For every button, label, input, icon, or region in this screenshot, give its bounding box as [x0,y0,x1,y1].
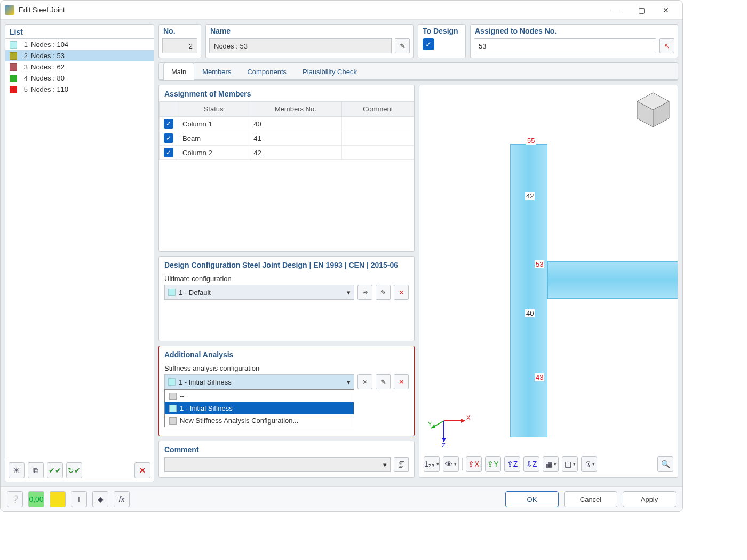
viewport-canvas: 55 53 43 42 40 [419,85,678,477]
tab-components[interactable]: Components [239,63,295,80]
comment-library-icon[interactable]: 🗐 [394,457,409,472]
navigation-cube-icon[interactable] [634,91,672,129]
option-swatch [169,393,177,400]
stiffness-label: Stiffness analysis configuration [159,362,414,374]
refresh-check-icon[interactable]: ↻✔ [66,462,82,478]
list-label: Nodes : 110 [31,85,68,93]
chevron-down-icon: ▾ [347,378,351,386]
tab-main[interactable]: Main [163,63,194,80]
list-label: Nodes : 53 [31,52,65,60]
middle-grid: Assignment of Members Status Members No.… [158,85,678,478]
new-item-icon[interactable]: ✳ [9,462,25,478]
dropdown-item[interactable]: 1 - Initial Siffness [165,402,354,414]
list-item[interactable]: 1 Nodes : 104 [5,39,154,50]
numbering-icon[interactable]: 1₂₃ [424,456,440,472]
table-row[interactable]: ✓ Column 1 40 [160,117,414,131]
axis-indicator-icon: X Y Z [428,405,471,447]
viewport-toolbar: 1₂₃ 👁 ⇪X ⇪Y ⇪Z ⇩Z ▦ ◳ 🖨 🔍 [424,455,673,473]
dropdown-item[interactable]: New Stiffness Analysis Configuration... [165,414,354,427]
color-swatch [10,75,17,82]
edit-steel-joint-dialog: Edit Steel Joint — ▢ ✕ List 1 Nodes : 10… [0,0,683,512]
visibility-icon[interactable]: 👁 [443,456,459,472]
render-mode-icon[interactable]: ▦ [543,456,559,472]
stiffness-combo[interactable]: 1 - Initial Siffness ▾ [164,374,354,389]
comment-combo[interactable]: ▾ [164,457,391,472]
check-all-icon[interactable]: ✔✔ [47,462,63,478]
wireframe-icon[interactable]: ◳ [562,456,578,472]
comment-title: Comment [159,441,414,457]
list-item[interactable]: 3 Nodes : 62 [5,61,154,73]
design-config-section: Design Configuration Steel Joint Design … [158,256,415,341]
list-item[interactable]: 2 Nodes : 53 [5,50,154,61]
edit-config-icon[interactable]: ✎ [376,285,391,300]
ok-button[interactable]: OK [505,491,559,507]
pick-nodes-icon[interactable]: ↖ [659,38,674,53]
preview-icon[interactable]: ◆ [92,491,108,507]
list-index: 2 [20,52,28,60]
list-label: Nodes : 104 [31,41,68,49]
help-icon[interactable]: ❔ [7,491,23,507]
tab-plausibility[interactable]: Plausibility Check [295,63,365,80]
view-z-icon[interactable]: ⇪Z [504,456,520,472]
new-stiffness-icon[interactable]: ✳ [357,374,372,389]
col-status: Status [178,102,249,117]
maximize-button[interactable]: ▢ [629,2,654,18]
zoom-extents-icon[interactable]: 🔍 [657,456,673,472]
color-swatch [10,52,17,60]
new-config-icon[interactable]: ✳ [357,285,372,300]
ultimate-combo[interactable]: 1 - Default ▾ [164,285,354,300]
table-row[interactable]: ✓ Beam 41 [160,131,414,146]
print-icon[interactable]: 🖨 [581,456,597,472]
name-field[interactable]: Nodes : 53 [209,38,392,53]
col-members-no: Members No. [249,102,342,117]
list-index: 5 [20,85,28,93]
node-label: 55 [526,137,536,145]
to-design-checkbox[interactable]: ✓ [423,38,434,50]
cancel-button[interactable]: Cancel [564,491,617,507]
window-controls: — ▢ ✕ [605,2,678,18]
combo-swatch [168,289,176,296]
copy-item-icon[interactable]: ⧉ [28,462,44,478]
delete-stiffness-icon[interactable]: ✕ [394,374,409,389]
beam-member [547,261,678,299]
delete-item-icon[interactable]: ✕ [134,462,150,478]
combo-swatch [168,378,176,386]
chevron-down-icon: ▾ [347,289,351,297]
profile-icon[interactable]: I [71,491,87,507]
table-row[interactable]: ✓ Column 2 42 [160,146,414,160]
delete-config-icon[interactable]: ✕ [394,285,409,300]
color-swatch-icon[interactable] [50,491,66,507]
right-column: No. 2 Name Nodes : 53 ✎ To Design ✓ Assi… [158,24,678,482]
svg-marker-4 [461,419,465,423]
list-body: 1 Nodes : 104 2 Nodes : 53 3 Nodes : 62 [5,39,154,459]
list-item[interactable]: 5 Nodes : 110 [5,84,154,95]
close-button[interactable]: ✕ [654,2,678,18]
node-label: 53 [535,260,544,268]
apply-button[interactable]: Apply [623,491,676,507]
viewport-3d[interactable]: 55 53 43 42 40 [419,85,678,478]
list-index: 4 [20,74,28,82]
view-x-icon[interactable]: ⇪X [466,456,482,472]
units-icon[interactable]: 0,00 [28,491,44,507]
row-checkbox[interactable]: ✓ [164,148,173,157]
edit-stiffness-icon[interactable]: ✎ [376,374,391,389]
assignment-section: Assignment of Members Status Members No.… [158,85,415,252]
no-field[interactable]: 2 [162,38,197,53]
view-y-icon[interactable]: ⇪Y [485,456,501,472]
list-panel: List 1 Nodes : 104 2 Nodes : 53 3 [5,24,154,482]
member-label: 42 [525,192,535,200]
row-checkbox[interactable]: ✓ [164,133,173,143]
view-neg-z-icon[interactable]: ⇩Z [523,456,539,472]
row-checkbox[interactable]: ✓ [164,119,173,129]
col-comment: Comment [342,102,414,117]
chevron-down-icon: ▾ [383,461,387,469]
assigned-field[interactable]: 53 [474,38,656,53]
formula-icon[interactable]: fx [114,491,130,507]
list-item[interactable]: 4 Nodes : 80 [5,73,154,84]
ultimate-label: Ultimate configuration [159,273,414,285]
edit-name-icon[interactable]: ✎ [395,38,410,53]
dropdown-item[interactable]: -- [165,390,354,402]
svg-text:Y: Y [428,421,432,427]
minimize-button[interactable]: — [605,2,629,18]
tab-members[interactable]: Members [194,63,239,80]
